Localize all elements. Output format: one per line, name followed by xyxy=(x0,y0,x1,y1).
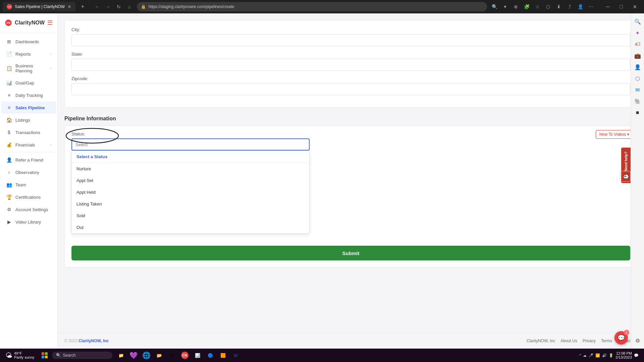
sidebar-item-dashboards[interactable]: ⊞ Dashboards xyxy=(1,36,56,48)
dropdown-item-out[interactable]: Out xyxy=(72,222,309,233)
sidebar-item-refer-friend[interactable]: 👤 Refer a Friend xyxy=(1,154,56,166)
menu-action[interactable]: ⋯ xyxy=(586,2,596,11)
right-evernote-icon[interactable]: 🐘 xyxy=(632,96,643,107)
tray-mic[interactable]: 🎤 xyxy=(589,353,593,358)
taskbar-app-unknown[interactable]: 🟧 xyxy=(217,349,229,361)
tray-cloud[interactable]: ☁ xyxy=(583,353,587,358)
dropdown-item-listing-taken[interactable]: Listing Taken xyxy=(72,198,309,210)
browser-controls: ← → ↻ ⌂ xyxy=(93,2,134,11)
business-planning-icon: 📋 xyxy=(6,65,12,71)
minimize-button[interactable]: ─ xyxy=(601,0,614,13)
status-select-wrapper: Select a Status Nurture Appt Set Appt He… xyxy=(71,138,630,234)
observatory-icon: ○ xyxy=(6,169,12,175)
sidebar-item-reports[interactable]: 📄 Reports › xyxy=(1,48,56,60)
city-input[interactable] xyxy=(71,34,630,46)
right-frame-icon[interactable]: ■ xyxy=(632,107,643,118)
close-button[interactable]: ✕ xyxy=(628,0,641,13)
sidebar-item-team[interactable]: 👥 Team xyxy=(1,179,56,191)
tray-volume[interactable]: 🔊 xyxy=(602,353,607,358)
logo-icon: CN xyxy=(5,17,12,28)
footer-link-claritynow[interactable]: ClarityNOW, Inc xyxy=(527,339,555,343)
sidebar-item-business-planning[interactable]: 📋 Business Planning › xyxy=(1,60,56,76)
sidebar-item-sales-pipeline[interactable]: ≡ Sales Pipeline xyxy=(1,102,56,114)
dropdown-item-nurture[interactable]: Nurture xyxy=(72,163,309,175)
add-button[interactable]: + xyxy=(620,171,631,182)
tab-title: Sales Pipeline | ClarityNOW xyxy=(15,4,65,9)
sidebar-item-transactions[interactable]: $ Transactions xyxy=(1,126,56,138)
back-button[interactable]: ← xyxy=(93,2,102,11)
svg-rect-7 xyxy=(45,356,48,358)
dropdown-item-appt-set[interactable]: Appt Set xyxy=(72,175,309,186)
taskbar-app-explorer[interactable]: 📂 xyxy=(153,349,165,361)
tab-close-button[interactable]: ✕ xyxy=(67,4,71,9)
address-bar[interactable]: 🔒 https://staging.claritynowre.com/pipel… xyxy=(137,2,487,11)
new-tab-button[interactable]: + xyxy=(78,3,87,10)
copilot-action[interactable]: ✦ xyxy=(500,2,510,11)
submit-button[interactable]: Submit xyxy=(71,246,630,260)
sidebar-item-observatory[interactable]: ○ Observatory xyxy=(1,166,56,178)
search-action[interactable]: 🔍 xyxy=(490,2,499,11)
tray-wifi[interactable]: 📶 xyxy=(595,353,600,358)
app-container: CN ClarityNOW ☰ ⊞ Dashboards 📄 Reports ›… xyxy=(0,13,644,349)
sidebar-item-daily-tracking[interactable]: ≡ Daily Tracking xyxy=(1,89,56,101)
maximize-button[interactable]: □ xyxy=(614,0,628,13)
taskbar-app-chrome[interactable]: 🔵 xyxy=(204,349,216,361)
home-button[interactable]: ⌂ xyxy=(125,2,134,11)
taskbar-app-claritynow[interactable]: CN xyxy=(179,349,191,361)
weather-temp: 49°F xyxy=(14,351,35,355)
right-settings-icon[interactable]: ⚙ xyxy=(632,335,643,346)
browser-tab[interactable]: CN Sales Pipeline | ClarityNOW ✕ xyxy=(3,2,75,11)
url-display: https://staging.claritynowre.com/pipelin… xyxy=(149,4,234,9)
taskbar-app-mail[interactable]: ✉ xyxy=(166,349,178,361)
financials-icon: 💰 xyxy=(6,142,12,148)
right-tag-icon[interactable]: 🏷 xyxy=(632,39,643,50)
svg-rect-5 xyxy=(45,352,48,355)
taskbar-app-teams[interactable]: 💜 xyxy=(128,349,140,361)
footer-link-terms[interactable]: Terms xyxy=(601,339,612,343)
footer-link-about[interactable]: About Us xyxy=(560,339,577,343)
right-briefcase-icon[interactable]: 💼 xyxy=(632,50,643,61)
profile-action[interactable]: 👤 xyxy=(576,2,585,11)
financials-arrow: › xyxy=(50,143,51,147)
status-select-input[interactable] xyxy=(71,138,310,150)
collections-action[interactable]: ⬡ xyxy=(543,2,553,11)
sidebar-item-account-settings[interactable]: ⚙ Account Settings xyxy=(1,203,56,216)
right-outlook-icon[interactable]: ✉ xyxy=(632,84,643,95)
start-button[interactable] xyxy=(39,349,51,361)
download-action[interactable]: ⬇ xyxy=(554,2,564,11)
right-teams-icon[interactable]: ⬡ xyxy=(632,73,643,84)
sidebar-item-video-library[interactable]: ▶ Video Library xyxy=(1,216,56,228)
right-copilot-icon[interactable]: ✦ xyxy=(632,27,643,38)
extensions-action[interactable]: 🧩 xyxy=(522,2,531,11)
sidebar-label-business-planning: Business Planning xyxy=(15,63,47,73)
taskbar-app-files[interactable]: 📁 xyxy=(115,349,127,361)
taskbar-app-edge[interactable]: 🌐 xyxy=(141,349,153,361)
favorites-action[interactable]: ☆ xyxy=(533,2,542,11)
footer-link-privacy[interactable]: Privacy xyxy=(583,339,596,343)
taskbar-app-word[interactable]: W xyxy=(230,349,242,361)
taskbar-search-bar[interactable]: 🔍 Search xyxy=(52,352,112,359)
sidebar-item-listings[interactable]: 🏠 Listings xyxy=(1,114,56,126)
sidebar-item-certifications[interactable]: 🏆 Certifications xyxy=(1,191,56,203)
tray-battery[interactable]: 🔋 xyxy=(609,353,613,358)
need-help-label: Need help? xyxy=(624,152,628,171)
dropdown-item-sold[interactable]: Sold xyxy=(72,210,309,222)
weather-icon: 🌤 xyxy=(5,352,12,359)
share-action[interactable]: ⤴ xyxy=(565,2,574,11)
right-person-icon[interactable]: 👤 xyxy=(632,62,643,72)
state-input[interactable] xyxy=(71,59,630,71)
right-search-icon[interactable]: 🔍 xyxy=(632,16,643,27)
forward-button[interactable]: → xyxy=(103,2,113,11)
notifications-icon[interactable]: 💬 xyxy=(634,353,639,358)
refresh-button[interactable]: ↻ xyxy=(114,2,123,11)
chat-button[interactable]: 💬 1 xyxy=(614,331,628,345)
sidebar-item-financials[interactable]: 💰 Financials › xyxy=(1,139,56,151)
tray-chevron[interactable]: ^ xyxy=(579,353,581,357)
zipcode-input[interactable] xyxy=(71,83,630,95)
taskbar-app-excel[interactable]: 📊 xyxy=(192,349,204,361)
hamburger-menu[interactable]: ☰ xyxy=(47,19,53,26)
sidebar-label-goal-gap: Goal/Gap xyxy=(15,80,34,85)
sidebar-item-goal-gap[interactable]: 📊 Goal/Gap xyxy=(1,77,56,89)
dropdown-item-appt-held[interactable]: Appt Held xyxy=(72,186,309,198)
zoom-action[interactable]: ⊕ xyxy=(511,2,521,11)
